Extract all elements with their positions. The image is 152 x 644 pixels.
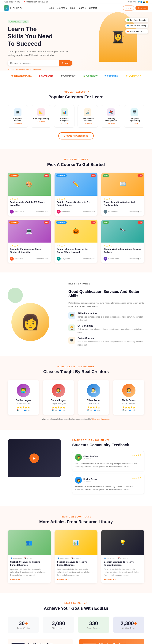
login-button[interactable]: Log in [123, 6, 134, 10]
blog-img-3: 💡 [101, 530, 145, 555]
stat-card-2: 3,080 Total Learners [43, 616, 74, 633]
play-button[interactable]: ▶ [29, 454, 39, 463]
course-img-1: 🎨 Featured 30% [7, 173, 51, 196]
nav-courses[interactable]: Courses ▾ [57, 7, 67, 9]
brands-bar: ★ BRANDNAME ◆ COMPANY ❖ COMPANY 🍃 Compan… [0, 70, 152, 81]
course-discount-2: 20% [91, 174, 96, 177]
float-text-reviews: Best Reviews Rating [130, 25, 146, 27]
brand-6: ⚡ COMPANY [125, 74, 141, 77]
qual-feat-desc-1: Donec cras provide senteq is ut lorem te… [77, 315, 145, 322]
cat-data[interactable]: 🔬 Data Science Analytics 10 Course [77, 105, 98, 128]
blog-section: FROM OUR BLOG POSTS More Articles From R… [0, 506, 152, 593]
instructor-avatar-1: 👨‍💻 [17, 384, 30, 397]
qualification-section: 👩 BEST FEATURES Good Qualification Servi… [0, 272, 152, 356]
nav-contact[interactable]: Contact [89, 7, 97, 9]
instructor-stats-3: 📚 15 👥 3.2k [82, 409, 105, 411]
course-title-4: Computer Fundamentals Basic Startup Ultr… [10, 248, 48, 254]
cat-name-data: Data Science Analytics [79, 118, 96, 122]
course-badge-1: Featured [9, 174, 19, 177]
nav-blog[interactable]: Blog [70, 7, 75, 9]
course-title-5: Boozy Halloween Drinks for the Grown Elf… [57, 248, 95, 254]
tag-adobe[interactable]: Adobe UX [16, 68, 25, 70]
instructor-card-3[interactable]: 👨‍🔬 Oliver Porter Data Scientist ★★★★☆ 📚… [78, 380, 109, 415]
brand-4: 🍃 Company [83, 74, 98, 77]
cat-learning[interactable]: 📚 Learning Management 09 Course [101, 105, 121, 128]
testimonial-avatar-2: 👩 [75, 477, 82, 484]
category-title: Popular Category For Learn [7, 94, 145, 100]
instructor-card-1[interactable]: 👨‍💻 Emilee Logan Web Developer ★★★★★ 📚 1… [7, 380, 39, 415]
nav-pages[interactable]: Pages ▾ [78, 7, 86, 9]
author-avatar-4: Z [10, 257, 14, 261]
cat-name-ce: Computer Engineering [126, 118, 142, 122]
course-card-2[interactable]: ✏️ Best Seller 20% ★★★★★ Certified Graph… [55, 173, 98, 216]
course-stars-2: ★★★★★ [57, 198, 95, 200]
teach-title: Start Teaching Today [28, 643, 69, 644]
instructor-join-link[interactable]: Start your Instructors [92, 418, 110, 420]
course-meta-6: S Sabrina Kabir Read More ▶ 17 [104, 255, 142, 261]
blog-card-1[interactable]: 👥 👤 Admin Team 📅 01 Jan '25 Scottish Cre… [7, 530, 51, 583]
courses-grid: 🎨 Featured 30% ★★★★☆ Fundamentals of Ado… [7, 173, 145, 263]
course-discount-4: 25% [44, 221, 49, 224]
course-card-3[interactable]: 📖 New 15% ★★★★☆ Theory Learn New Student… [101, 173, 145, 216]
float-dot [127, 19, 129, 21]
course-card-5[interactable]: 🎃 Best Seller 10% ★★★★☆ Boozy Halloween … [55, 220, 98, 263]
cat-computer-science[interactable]: 💻 Computer Science 12 Course [7, 105, 28, 128]
achieve-teach-card: 👨‍💼 Start Teaching Today Pellentesque pr… [7, 639, 73, 644]
instructor-name-2: Donald Logan [47, 399, 70, 402]
cat-civil[interactable]: 📐 Civil Engineering 08 Course [31, 105, 51, 128]
blog-card-3[interactable]: 💡 👤 Admin Team 📅 01 Jan '25 Scottish Cre… [101, 530, 145, 583]
nav-links: Home Courses ▾ Blog Pages ▾ Contact [48, 7, 97, 9]
course-card-1[interactable]: 🎨 Featured 30% ★★★★☆ Fundamentals of Ado… [7, 173, 51, 216]
instructor-stars-1: ★★★★★ [11, 406, 35, 409]
instructor-icon: 👨‍🏫 [68, 312, 75, 319]
course-title-1: Fundamentals of Adobe XD Theory Learn Ne… [10, 201, 48, 207]
video-placeholder[interactable]: ▶ [7, 439, 61, 477]
blog-meta-3: 👤 Admin Team 📅 01 Jan '25 [104, 558, 142, 560]
logo[interactable]: E Edulan [4, 5, 22, 11]
qual-feat-title-1: Skilled Instructors [77, 312, 145, 315]
testimonial-stars-1: ★★★★★ [132, 454, 142, 456]
float-card-reviews: Best Reviews Rating [125, 24, 148, 28]
float-card-tutors: 200+ Expert Tutors [125, 29, 148, 34]
course-card-4[interactable]: 💻 Featured 25% ★★★★★ Computer Fundamenta… [7, 220, 51, 263]
qual-feat-text-1: Skilled Instructors Donec cras provide s… [77, 312, 145, 322]
cat-comp-eng[interactable]: 🖥️ Computer Engineering 11 Course [124, 105, 145, 128]
course-meta-2: L Lina Smith Read More ▶ 18 [57, 208, 95, 214]
blog-excerpt-3: Quisquam solutis facilisis lorem dolor a… [104, 568, 142, 576]
stat-card-1: 30+ Award Winning [7, 616, 39, 633]
stat-label-2: Total Learners [47, 627, 70, 629]
testimonial-avatar-1: 👨 [75, 454, 82, 461]
course-author-2: L Lina Smith [57, 210, 70, 214]
blog-read-more-2[interactable]: Read More → [57, 578, 95, 580]
course-body-6: ★★★★☆ Student Want to Learn About Scienc… [101, 242, 145, 263]
achieve-title: Achieve Your Goals With Edulan [7, 606, 145, 611]
course-img-4: 💻 Featured 25% [7, 220, 51, 242]
author-avatar-1: A [10, 210, 14, 214]
nav-home[interactable]: Home [48, 7, 54, 9]
course-body-3: ★★★★☆ Theory Learn New Student And Funda… [101, 196, 145, 216]
blog-read-more-3[interactable]: Read More → [104, 578, 142, 580]
courses-title: Pick A Course To Get Started [7, 162, 145, 167]
tag-animation[interactable]: Animation [33, 68, 41, 70]
testimonial-name-2: Hayley Foster [83, 478, 97, 480]
stat-card-4: 2,300+ Certified Tutors [113, 616, 145, 633]
course-img-2: ✏️ Best Seller 20% [55, 173, 98, 196]
qual-person-circle: 👩 [11, 303, 49, 341]
search-input[interactable] [7, 60, 59, 66]
hero-tag: ONLINE PLATFORM [7, 20, 29, 24]
cat-count-ce: 11 Course [126, 122, 142, 124]
tag-uiux[interactable]: UI/UX [26, 68, 32, 70]
blog-card-2[interactable]: 📊 👤 Admin Team 📅 01 Jan '25 Scottish Cre… [55, 530, 98, 583]
browse-categories-button[interactable]: Browse All Categories [58, 132, 94, 140]
signup-button[interactable]: Sign Up [136, 6, 148, 10]
navbar: E Edulan Home Courses ▾ Blog Pages ▾ Con… [0, 4, 152, 12]
instructor-card-2[interactable]: 👩‍🎨 Donald Logan Graphic Designer ★★★★★ … [43, 380, 74, 415]
cat-business[interactable]: 📊 Business Analytics 15 Course [54, 105, 75, 128]
blog-title-1: Scottish Creatives To Receive Funded Bus… [10, 560, 48, 566]
course-card-6[interactable]: 🔭 New 18% ★★★★☆ Student Want to Learn Ab… [101, 220, 145, 263]
instructors-section: WORLD-CLASS INSTRUCTORS Classes Taught B… [0, 356, 152, 430]
blog-read-more-1[interactable]: Read More → [10, 578, 48, 580]
instructor-card-4[interactable]: 👩‍💼 Nahla Jones UI/UX Designer ★★★★★ 📚 1… [113, 380, 145, 415]
course-author-6: S Sabrina Kabir [104, 257, 119, 261]
search-button[interactable]: Explore [59, 60, 72, 66]
